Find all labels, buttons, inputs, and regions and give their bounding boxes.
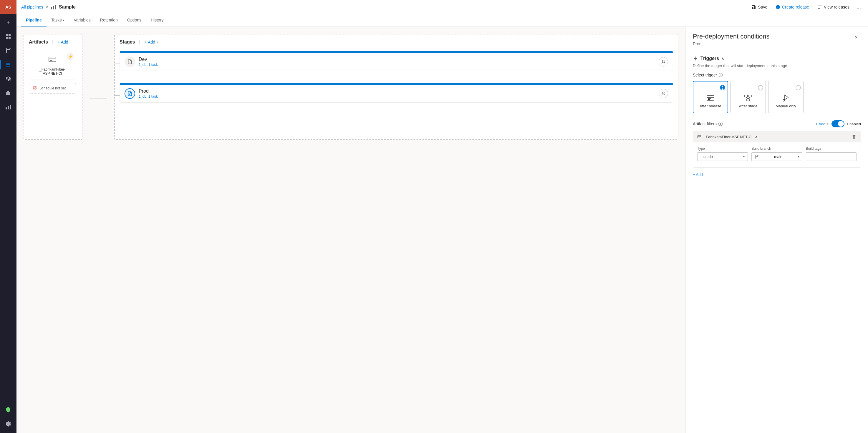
artifact-filters-info-icon[interactable]: i bbox=[718, 122, 722, 126]
tasks-chevron: ▾ bbox=[63, 19, 64, 22]
prod-stage-row: Prod 1 job, 1 task bbox=[120, 82, 673, 108]
tab-history[interactable]: History bbox=[146, 14, 168, 27]
add-filter-chevron: ▾ bbox=[827, 122, 828, 126]
trigger-after-release[interactable]: After release bbox=[693, 81, 728, 113]
prod-trigger-button[interactable] bbox=[125, 88, 135, 99]
svg-point-40 bbox=[755, 157, 756, 158]
manual-only-icon bbox=[782, 94, 790, 102]
trigger-after-stage[interactable]: After stage bbox=[731, 81, 766, 113]
prod-stage-card: Prod 1 job, 1 task bbox=[120, 82, 673, 103]
tab-tasks[interactable]: Tasks ▾ bbox=[46, 14, 69, 27]
sidebar: AS + bbox=[0, 0, 17, 433]
prod-approvals-button[interactable] bbox=[659, 89, 668, 98]
dev-connector bbox=[114, 64, 120, 64]
pipeline-canvas: Artifacts | + Add ⚡ _FabrikamFiber-ASP.N… bbox=[17, 27, 685, 433]
triggers-collapse-icon[interactable]: ∧ bbox=[721, 57, 724, 61]
select-trigger-info-icon[interactable]: i bbox=[719, 73, 723, 77]
sidebar-item-pipelines[interactable] bbox=[0, 58, 17, 72]
branch-icon bbox=[755, 155, 759, 159]
artifact-filter-icon bbox=[697, 135, 701, 139]
pipeline-container: Artifacts | + Add ⚡ _FabrikamFiber-ASP.N… bbox=[24, 34, 678, 140]
svg-point-6 bbox=[6, 52, 7, 53]
enabled-toggle[interactable] bbox=[832, 120, 844, 127]
add-filter-button[interactable]: + Add ▾ bbox=[815, 122, 828, 126]
svg-rect-0 bbox=[6, 34, 8, 36]
artifact-menu-button[interactable]: ⚡ bbox=[67, 53, 74, 60]
svg-rect-2 bbox=[6, 37, 8, 39]
type-select[interactable]: Include ▾ bbox=[697, 153, 748, 161]
sidebar-item-testplans[interactable] bbox=[0, 72, 17, 86]
sidebar-item-deploy[interactable] bbox=[0, 100, 17, 114]
tab-pipeline[interactable]: Pipeline bbox=[21, 14, 46, 27]
sidebar-security-icon[interactable] bbox=[0, 402, 17, 417]
after-release-radio bbox=[720, 85, 725, 90]
prod-stage-body: Prod 1 job, 1 task bbox=[120, 85, 673, 102]
all-pipelines-link[interactable]: All pipelines bbox=[21, 5, 43, 9]
more-actions-button[interactable]: ... bbox=[854, 2, 863, 12]
svg-rect-29 bbox=[708, 99, 710, 100]
connector-line bbox=[90, 99, 107, 99]
svg-rect-14 bbox=[51, 7, 52, 9]
view-releases-icon bbox=[817, 5, 822, 9]
svg-rect-3 bbox=[8, 37, 10, 39]
svg-point-25 bbox=[662, 92, 664, 94]
panel-close-button[interactable]: × bbox=[851, 33, 861, 42]
sidebar-item-boards[interactable] bbox=[0, 29, 17, 43]
view-releases-button[interactable]: View releases bbox=[814, 3, 853, 11]
prod-stage-name: Prod bbox=[139, 89, 655, 94]
svg-rect-38 bbox=[699, 137, 700, 137]
svg-rect-15 bbox=[53, 6, 54, 9]
sidebar-settings-icon[interactable] bbox=[0, 417, 17, 431]
add-stage-button[interactable]: + Add ▾ bbox=[144, 39, 159, 45]
prod-connector bbox=[114, 95, 120, 96]
artifact-icon bbox=[48, 55, 57, 65]
tab-variables[interactable]: Variables bbox=[69, 14, 95, 27]
svg-rect-32 bbox=[747, 99, 750, 101]
schedule-icon: ⏰ bbox=[33, 86, 37, 90]
build-tags-input[interactable] bbox=[806, 153, 857, 161]
svg-rect-1 bbox=[8, 34, 10, 36]
filter-delete-button[interactable]: 🗑 bbox=[852, 134, 857, 139]
right-panel: Pre-deployment conditions Prod × Trigger… bbox=[685, 27, 868, 433]
build-branch-column: Build branch main bbox=[751, 146, 802, 161]
svg-rect-30 bbox=[745, 95, 748, 97]
sidebar-item-artifacts[interactable] bbox=[0, 86, 17, 100]
triggers-icon bbox=[693, 56, 698, 61]
add-filter-row-button[interactable]: + Add bbox=[693, 171, 703, 178]
breadcrumb[interactable]: All pipelines bbox=[21, 5, 43, 9]
trigger-options: After release bbox=[693, 81, 861, 113]
build-tags-label: Build tags bbox=[806, 146, 857, 151]
dev-trigger-button[interactable] bbox=[125, 57, 135, 67]
page-title: Sample bbox=[59, 4, 76, 10]
add-project-button[interactable]: + bbox=[0, 15, 17, 29]
branch-select[interactable]: main ▾ bbox=[751, 153, 802, 161]
filter-expand-icon[interactable]: ∧ bbox=[755, 135, 757, 139]
save-button[interactable]: Save bbox=[748, 3, 771, 11]
add-artifact-button[interactable]: + Add bbox=[56, 39, 69, 45]
svg-rect-11 bbox=[8, 106, 9, 109]
artifact-filters-title: Artifact filters i bbox=[693, 122, 722, 126]
tab-retention[interactable]: Retention bbox=[95, 14, 123, 27]
after-stage-content: After stage bbox=[739, 94, 757, 108]
trigger-manual-only[interactable]: Manual only bbox=[768, 81, 804, 113]
schedule-card[interactable]: ⏰ Schedule not set bbox=[29, 83, 76, 94]
type-label: Type bbox=[697, 146, 748, 151]
create-release-button[interactable]: Create release bbox=[772, 3, 813, 11]
save-icon bbox=[751, 5, 756, 9]
build-tags-column: Build tags bbox=[806, 146, 857, 161]
tab-options[interactable]: Options bbox=[123, 14, 146, 27]
svg-rect-28 bbox=[708, 98, 711, 99]
svg-rect-16 bbox=[55, 5, 56, 9]
header-actions: Save Create release View releases ... bbox=[748, 2, 863, 12]
user-avatar[interactable]: AS bbox=[0, 0, 17, 14]
header: All pipelines > Sample Save Create relea… bbox=[17, 0, 868, 14]
triggers-section-title: Triggers ∧ bbox=[693, 56, 861, 61]
svg-rect-9 bbox=[6, 92, 10, 95]
dev-approvals-button[interactable] bbox=[659, 57, 668, 66]
svg-rect-12 bbox=[10, 105, 11, 109]
dev-stage-meta: 1 job, 1 task bbox=[139, 63, 655, 67]
dev-stage-row: Dev 1 job, 1 task bbox=[120, 51, 673, 77]
triggers-desc: Define the trigger that will start deplo… bbox=[693, 64, 861, 68]
sidebar-item-repos[interactable] bbox=[0, 43, 17, 58]
enabled-label: Enabled bbox=[847, 122, 861, 126]
